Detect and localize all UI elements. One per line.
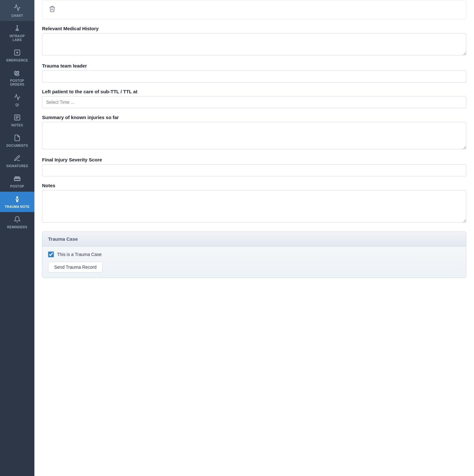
notes-icon <box>14 114 21 122</box>
sidebar-item-signatures-label: SIGNATURES <box>6 164 28 168</box>
notes-label: Notes <box>42 183 466 188</box>
trauma-note-icon <box>14 195 21 204</box>
summary-injuries-input[interactable] <box>42 122 466 149</box>
sidebar-item-documents-label: DOCUMENTS <box>6 144 28 148</box>
final-injury-label: Final Injury Severity Score <box>42 157 466 162</box>
notes-section: Notes <box>42 183 466 224</box>
summary-injuries-section: Summary of known injuries so far <box>42 115 466 151</box>
trauma-case-section: Trauma Case This is a Trauma Case Send T… <box>42 231 466 278</box>
notes-input[interactable] <box>42 190 466 223</box>
sidebar-item-postop-orders[interactable]: POSTOPORDERS <box>0 66 34 90</box>
left-patient-section: Left patient to the care of sub-TTL / TT… <box>42 89 466 108</box>
sidebar-item-documents[interactable]: DOCUMENTS <box>0 131 34 151</box>
pill-icon <box>14 69 21 78</box>
sidebar-item-postop[interactable]: POSTOP <box>0 171 34 192</box>
send-trauma-record-button[interactable]: Send Trauma Record <box>48 262 103 273</box>
sidebar-item-signatures[interactable]: SIGNATURES <box>0 151 34 171</box>
final-injury-input[interactable] <box>42 164 466 176</box>
main-content: Relevant Medical History Trauma team lea… <box>34 0 474 476</box>
qi-icon <box>14 94 21 102</box>
left-patient-label: Left patient to the care of sub-TTL / TT… <box>42 89 466 94</box>
sidebar-item-trauma-note[interactable]: TRAUMA NOTE <box>0 192 34 212</box>
trauma-case-checkbox[interactable] <box>48 252 54 257</box>
documents-icon <box>14 134 21 143</box>
sidebar-item-emergence-label: EMERGENCE <box>6 59 28 62</box>
sidebar-item-intraop-labs[interactable]: INTRAOPLABS <box>0 21 34 45</box>
trauma-case-header: Trauma Case <box>42 232 466 246</box>
sidebar-item-trauma-note-label: TRAUMA NOTE <box>5 205 30 209</box>
left-patient-time-input[interactable] <box>42 96 466 108</box>
trauma-team-leader-label: Trauma team leader <box>42 63 466 68</box>
sidebar-item-postop-label: POSTOP <box>10 185 24 188</box>
chart-icon <box>13 4 21 13</box>
postop-icon <box>14 175 21 183</box>
trauma-case-checkbox-label[interactable]: This is a Trauma Case <box>57 252 102 257</box>
sidebar-item-emergence[interactable]: EMERGENCE <box>0 45 34 66</box>
final-injury-section: Final Injury Severity Score <box>42 157 466 176</box>
signatures-icon <box>14 155 21 163</box>
relevant-medical-history-input[interactable] <box>42 33 466 55</box>
relevant-medical-history-section: Relevant Medical History <box>42 26 466 57</box>
sidebar-item-qi-label: QI <box>15 103 19 107</box>
delete-icon[interactable] <box>49 7 56 14</box>
svg-point-5 <box>17 197 18 198</box>
sidebar-item-reminders[interactable]: REMINDERS <box>0 212 34 232</box>
sidebar-item-notes-label: NOTES <box>11 124 23 127</box>
sidebar-item-postop-orders-label: POSTOPORDERS <box>10 79 24 87</box>
flask-icon <box>14 25 21 33</box>
trauma-case-checkbox-row: This is a Trauma Case <box>48 252 460 257</box>
sidebar-item-chart-label: CHART <box>11 14 23 18</box>
plus-icon <box>14 49 21 57</box>
sidebar-item-notes[interactable]: NOTES <box>0 110 34 131</box>
trauma-team-leader-section: Trauma team leader <box>42 63 466 82</box>
sidebar-item-chart[interactable]: CHART <box>0 0 34 21</box>
reminders-icon <box>14 216 21 224</box>
trauma-case-body: This is a Trauma Case Send Trauma Record <box>42 246 466 278</box>
top-section <box>42 0 466 19</box>
summary-injuries-label: Summary of known injuries so far <box>42 115 466 120</box>
sidebar-item-reminders-label: REMINDERS <box>7 225 27 229</box>
sidebar: CHART INTRAOPLABS EMERGENCE POSTOPO <box>0 0 34 476</box>
trauma-team-leader-input[interactable] <box>42 70 466 82</box>
sidebar-item-intraop-labs-label: INTRAOPLABS <box>10 34 25 42</box>
sidebar-item-qi[interactable]: QI <box>0 90 34 110</box>
relevant-medical-history-label: Relevant Medical History <box>42 26 466 31</box>
